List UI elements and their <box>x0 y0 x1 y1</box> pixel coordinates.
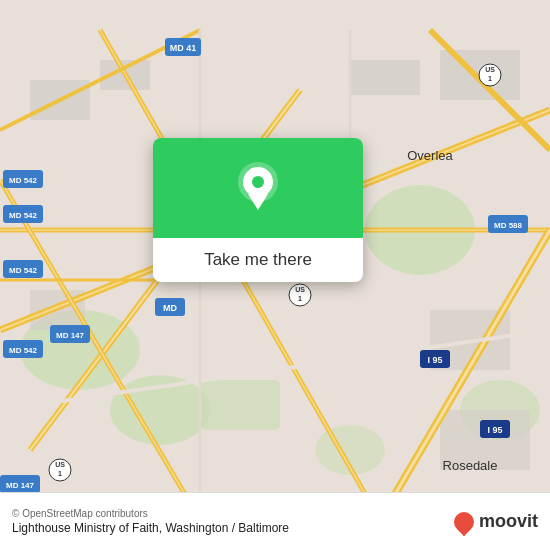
svg-rect-4 <box>200 380 280 430</box>
svg-text:MD 542: MD 542 <box>9 211 38 220</box>
svg-text:MD 542: MD 542 <box>9 176 38 185</box>
svg-text:I 95: I 95 <box>427 355 442 365</box>
location-name-text: Lighthouse Ministry of Faith, Washington… <box>12 521 446 535</box>
svg-text:MD 147: MD 147 <box>56 331 85 340</box>
svg-text:MD: MD <box>163 303 177 313</box>
svg-text:1: 1 <box>298 295 302 302</box>
moovit-dot-icon <box>450 507 478 535</box>
bottom-bar: © OpenStreetMap contributors Lighthouse … <box>0 492 550 550</box>
svg-text:US: US <box>295 286 305 293</box>
svg-text:Rosedale: Rosedale <box>443 458 498 473</box>
svg-point-67 <box>252 176 264 188</box>
svg-text:US: US <box>485 66 495 73</box>
moovit-logo: moovit <box>454 511 538 532</box>
svg-text:MD 147: MD 147 <box>6 481 35 490</box>
svg-text:Overlea: Overlea <box>407 148 453 163</box>
moovit-text: moovit <box>479 511 538 532</box>
svg-text:MD 542: MD 542 <box>9 346 38 355</box>
svg-text:MD 542: MD 542 <box>9 266 38 275</box>
popup-bottom[interactable]: Take me there <box>153 238 363 282</box>
svg-text:1: 1 <box>58 470 62 477</box>
location-pin-icon <box>233 160 283 216</box>
svg-text:US: US <box>55 461 65 468</box>
popup-header <box>153 138 363 238</box>
svg-text:MD 588: MD 588 <box>494 221 523 230</box>
take-me-there-label[interactable]: Take me there <box>169 250 347 270</box>
svg-rect-9 <box>350 60 420 95</box>
popup-card: Take me there <box>153 138 363 282</box>
svg-text:1: 1 <box>488 75 492 82</box>
svg-marker-68 <box>248 194 268 210</box>
svg-text:MD 41: MD 41 <box>170 43 197 53</box>
map-container: MD 41 MD 542 MD 542 MD 542 MD 542 MD 147… <box>0 0 550 550</box>
copyright-text: © OpenStreetMap contributors <box>12 508 446 519</box>
svg-text:I 95: I 95 <box>487 425 502 435</box>
